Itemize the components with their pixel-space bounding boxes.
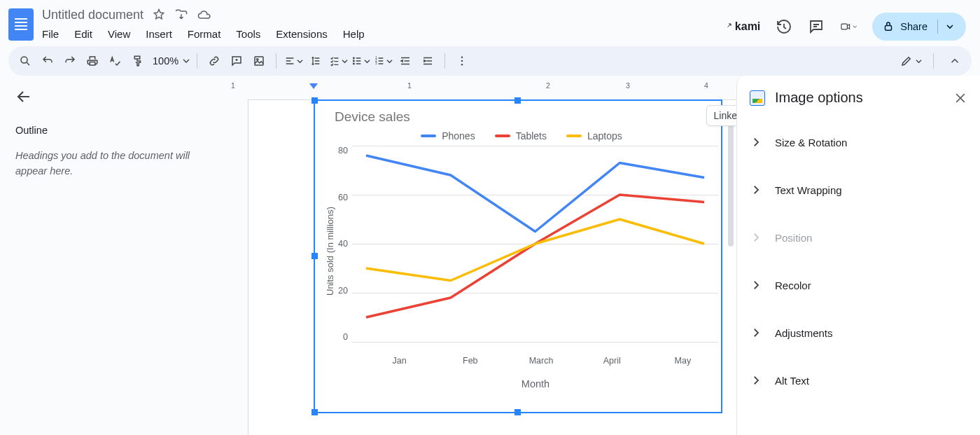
selected-image[interactable]: Linke Device sales PhonesTabletsLaptops … [314,99,722,413]
add-comment-icon[interactable] [227,51,246,71]
zoom-select[interactable]: 100% [150,51,190,71]
menu-edit[interactable]: Edit [74,28,92,40]
toolbar: 100% 123 [8,46,972,76]
comments-icon[interactable] [808,18,825,35]
separator [933,53,934,69]
sidebar-item-label: Position [775,232,812,244]
insert-link-icon[interactable] [204,51,224,71]
svg-point-11 [461,57,463,58]
separator [197,53,197,69]
menu-tools[interactable]: Tools [236,28,260,40]
history-icon[interactable] [776,18,792,35]
chevron-right-icon [750,326,762,339]
close-icon[interactable] [953,91,967,105]
legend-item: Tablets [495,130,547,141]
sidebar-item[interactable]: Alt Text [750,357,967,404]
legend-item: Phones [421,130,475,141]
svg-point-6 [353,60,354,62]
scrollbar[interactable] [728,106,734,247]
numbered-list-icon[interactable]: 123 [373,51,393,71]
sidebar-item: Position [750,214,967,261]
menu-extensions[interactable]: Extensions [276,28,327,40]
ruler-tick: 1 [407,81,412,90]
move-icon[interactable] [174,8,188,22]
kami-extension-badge[interactable]: kami [724,20,760,33]
chevron-right-icon [750,184,762,196]
cloud-status-icon[interactable] [197,8,211,22]
redo-icon[interactable] [60,51,80,71]
chart-xlabel: Month [353,378,718,389]
chevron-right-icon [750,279,762,291]
image-options-sidebar: Image options Size & RotationText Wrappi… [736,76,980,435]
outline-empty-msg: Headings you add to the document will ap… [15,149,209,179]
ruler[interactable]: 1 1 2 3 4 [224,81,736,94]
editing-mode-icon[interactable] [900,51,922,71]
sidebar-item-label: Adjustments [775,327,833,339]
more-icon[interactable] [452,51,472,71]
line-spacing-icon[interactable] [306,51,326,71]
chevron-right-icon [750,136,762,149]
separator [444,53,445,69]
collapse-toolbar-icon[interactable] [945,51,965,71]
chart-xticks: JanFebMarchAprilMay [364,356,718,366]
spellcheck-icon[interactable] [105,51,125,71]
sidebar-item-label: Size & Rotation [775,137,847,149]
bulleted-list-icon[interactable] [351,51,370,71]
search-icon[interactable] [15,51,35,71]
sidebar-item[interactable]: Recolor [750,261,967,309]
star-icon[interactable] [152,8,166,22]
ruler-tick: 4 [704,81,708,90]
svg-point-7 [353,63,354,64]
chart-title: Device sales [335,109,718,125]
sidebar-item-label: Recolor [775,279,811,291]
sidebar-item-label: Alt Text [775,375,809,387]
svg-point-12 [461,60,463,62]
svg-point-2 [21,57,27,63]
paint-format-icon[interactable] [127,51,147,71]
outline-back-icon[interactable] [15,88,34,106]
outline-title: Outline [15,125,209,136]
increase-indent-icon[interactable] [418,51,438,71]
svg-rect-3 [255,57,263,65]
document-title[interactable]: Untitled document [42,8,144,22]
share-button[interactable]: Share [872,13,966,41]
insert-image-icon[interactable] [249,51,269,71]
chart-ylabel: Units sold (In millions) [325,146,335,356]
ruler-tick: 3 [626,81,630,90]
meet-icon[interactable] [840,18,857,35]
document-surface[interactable]: 1 1 2 3 4 Linke Device sales PhonesTable… [224,76,736,435]
svg-point-4 [257,59,258,60]
decrease-indent-icon[interactable] [396,51,415,71]
ruler-tick: 2 [546,81,550,90]
checklist-icon[interactable] [328,51,348,71]
undo-icon[interactable] [38,51,57,71]
chart-yticks: 806040200 [335,146,352,342]
menu-file[interactable]: File [42,28,59,40]
menu-view[interactable]: View [108,28,130,40]
menu-format[interactable]: Format [188,28,221,40]
chevron-right-icon [750,231,762,244]
indent-marker-icon[interactable] [309,83,318,89]
legend-item: Laptops [566,130,622,141]
sidebar-item[interactable]: Text Wrapping [750,166,967,214]
print-icon[interactable] [83,51,102,71]
docs-logo-icon[interactable] [8,8,34,41]
svg-text:3: 3 [375,62,377,65]
sidebar-item[interactable]: Size & Rotation [750,118,967,166]
menu-insert[interactable]: Insert [146,28,172,40]
menu-help[interactable]: Help [343,28,365,40]
outline-panel: Outline Headings you add to the document… [0,76,224,435]
ruler-tick: 1 [231,81,235,90]
chart-legend: PhonesTabletsLaptops [325,130,718,141]
share-dropdown-icon[interactable] [937,20,953,34]
embedded-chart: Device sales PhonesTabletsLaptops Units … [315,101,721,412]
align-icon[interactable] [284,51,303,71]
sidebar-item-label: Text Wrapping [775,184,842,196]
chevron-right-icon [750,374,762,387]
image-icon [750,90,765,106]
separator [276,53,276,69]
sidebar-title: Image options [775,90,944,106]
sidebar-item[interactable]: Adjustments [750,309,967,357]
svg-rect-1 [886,26,892,31]
svg-point-5 [353,57,354,59]
